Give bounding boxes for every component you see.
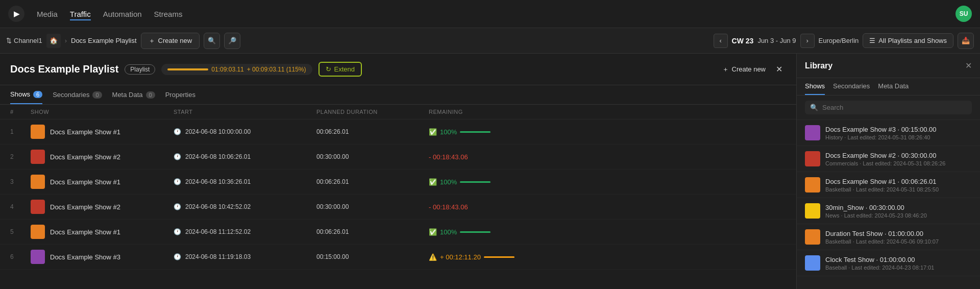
library-item[interactable]: Docs Example Show #1 · 00:06:26.01 Baske… (797, 172, 980, 198)
inbox-icon: 📥 (962, 37, 970, 44)
table-row[interactable]: 6 Docs Example Show #3 🕐 2024-06-08 11:1… (0, 245, 796, 270)
playlist-panel: Docs Example Playlist Playlist 01:09:03.… (0, 54, 796, 289)
lib-tab-metadata[interactable]: Meta Data (878, 78, 909, 95)
remaining-cell: ✅ 100% (429, 228, 531, 236)
tab-shows[interactable]: Shows 6 (10, 85, 42, 104)
library-tabs: Shows Secondaries Meta Data (797, 78, 980, 95)
top-navigation: ▶ Media Traffic Automation Streams SU (0, 0, 980, 28)
app-logo[interactable]: ▶ (8, 6, 24, 22)
channel-selector[interactable]: ⇅ Channel1 (6, 37, 42, 44)
remaining-value: - 00:18:43.06 (429, 153, 531, 161)
nav-automation[interactable]: Automation (103, 8, 142, 20)
table-row[interactable]: 1 Docs Example Show #1 🕐 2024-06-08 10:0… (0, 119, 796, 144)
playlist-title: Docs Example Playlist (10, 63, 118, 75)
cw-label: CW 23 (732, 37, 754, 45)
row-number: 1 (10, 128, 31, 135)
start-cell: 🕐 2024-06-08 11:12:52.02 (174, 228, 316, 235)
channel-name: Channel1 (14, 37, 42, 44)
prev-week-button[interactable]: ‹ (714, 34, 728, 48)
lib-item-info: 30min_Show · 00:30:00.00 News · Last edi… (825, 204, 972, 219)
show-name: Docs Example Show #1 (50, 228, 120, 236)
remaining-value: ✅ 100% (429, 228, 531, 236)
remaining-cell: ✅ 100% (429, 178, 531, 186)
lib-item-meta: Basketball · Last edited: 2024-05-31 08:… (825, 186, 972, 192)
remaining-value: - 00:18:43.06 (429, 203, 531, 211)
extend-icon: ↻ (326, 65, 331, 73)
lib-tab-shows[interactable]: Shows (805, 78, 825, 95)
table-row[interactable]: 4 Docs Example Show #2 🕐 2024-06-08 10:4… (0, 195, 796, 220)
zoom-search-button[interactable]: 🔎 (224, 33, 240, 49)
start-time: 2024-06-08 11:12:52.02 (185, 228, 251, 235)
library-item[interactable]: 30min_Show · 00:30:00.00 News · Last edi… (797, 198, 980, 224)
tab-properties[interactable]: Properties (165, 86, 195, 104)
clock-icon: 🕐 (174, 203, 181, 210)
user-avatar[interactable]: SU (955, 6, 972, 22)
search-icon: 🔍 (810, 104, 818, 111)
next-week-button[interactable]: › (800, 34, 815, 48)
show-name: Docs Example Show #2 (50, 203, 120, 211)
lib-item-meta: Baseball · Last edited: 2024-04-23 08:17… (825, 264, 972, 271)
tab-secondaries-label: Secondaries (53, 91, 89, 99)
channel-arrow-icon: ⇅ (6, 37, 12, 44)
start-cell: 🕐 2024-06-08 11:19:18.03 (174, 253, 316, 260)
planned-duration: 00:06:26.01 (316, 128, 429, 135)
tab-properties-label: Properties (165, 91, 195, 99)
library-header: Library ✕ (797, 54, 980, 78)
table-header-row: # SHOW START PLANNED DURATION REMAINING (0, 105, 796, 119)
lib-item-name: Clock Test Show · 01:00:00.00 (825, 256, 972, 263)
tab-secondaries[interactable]: Secondaries 0 (53, 86, 102, 104)
nav-media[interactable]: Media (37, 8, 58, 20)
search-icon: 🔍 (208, 37, 216, 44)
list-icon: ☰ (869, 37, 875, 44)
playlist-create-new-button[interactable]: ＋ Create new (722, 65, 766, 74)
clock-icon: 🕐 (174, 153, 181, 160)
library-item[interactable]: Docs Example Show #3 · 00:15:00.00 Histo… (797, 120, 980, 146)
row-number: 3 (10, 178, 31, 185)
create-new-button[interactable]: ＋ Create new (141, 33, 200, 49)
lib-item-color (805, 151, 820, 166)
create-new-sm-label: Create new (732, 65, 766, 73)
start-cell: 🕐 2024-06-08 10:42:52.02 (174, 203, 316, 210)
all-playlists-button[interactable]: ☰ All Playlists and Shows (863, 33, 953, 48)
library-item[interactable]: Clock Test Show · 01:00:00.00 Baseball ·… (797, 250, 980, 276)
lib-item-info: Clock Test Show · 01:00:00.00 Baseball ·… (825, 256, 972, 271)
close-button[interactable]: ✕ (772, 62, 786, 77)
table-row[interactable]: 2 Docs Example Show #2 🕐 2024-06-08 10:0… (0, 144, 796, 170)
main-layout: Docs Example Playlist Playlist 01:09:03.… (0, 54, 980, 289)
zoom-icon: 🔎 (228, 37, 236, 44)
start-cell: 🕐 2024-06-08 10:06:26.01 (174, 153, 316, 160)
clock-icon: 🕐 (174, 128, 181, 135)
library-item[interactable]: Duration Test Show · 01:00:00.00 Basketb… (797, 224, 980, 250)
create-new-label: Create new (158, 37, 192, 44)
lib-tab-secondaries[interactable]: Secondaries (833, 78, 870, 95)
extend-button[interactable]: ↻ Extend (318, 62, 362, 77)
library-item[interactable]: Docs Example Show #2 · 00:30:00.00 Comme… (797, 146, 980, 172)
tab-metadata[interactable]: Meta Data 0 (112, 86, 155, 104)
nav-streams[interactable]: Streams (154, 8, 183, 20)
show-name: Docs Example Show #1 (50, 128, 120, 136)
table-row[interactable]: 5 Docs Example Show #1 🕐 2024-06-08 11:1… (0, 220, 796, 245)
library-close-button[interactable]: ✕ (965, 61, 972, 70)
library-panel: Library ✕ Shows Secondaries Meta Data 🔍 … (796, 54, 980, 289)
search-input[interactable] (822, 104, 967, 111)
col-extra (531, 109, 786, 115)
show-color-indicator (31, 175, 45, 189)
nav-traffic[interactable]: Traffic (70, 8, 91, 20)
inbox-button[interactable]: 📥 (958, 33, 974, 49)
breadcrumb-separator: › (65, 37, 67, 44)
remaining-cell: ✅ 100% (429, 128, 531, 136)
row-number: 6 (10, 253, 31, 260)
show-cell: Docs Example Show #1 (31, 225, 174, 239)
tab-shows-count: 6 (33, 91, 42, 98)
col-show: SHOW (31, 109, 174, 115)
col-num: # (10, 109, 31, 115)
start-cell: 🕐 2024-06-08 10:36:26.01 (174, 178, 316, 185)
home-button[interactable]: 🏠 (46, 34, 61, 48)
lib-item-color (805, 229, 820, 245)
show-cell: Docs Example Show #1 (31, 125, 174, 139)
start-time: 2024-06-08 10:00:00.00 (185, 128, 251, 135)
search-button[interactable]: 🔍 (204, 33, 220, 49)
table-row[interactable]: 3 Docs Example Show #1 🕐 2024-06-08 10:3… (0, 170, 796, 195)
lib-item-color (805, 125, 820, 140)
show-color-indicator (31, 250, 45, 264)
